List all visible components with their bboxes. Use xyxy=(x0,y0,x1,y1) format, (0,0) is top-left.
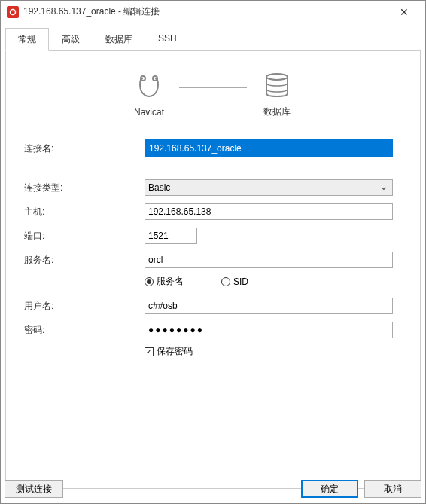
host-label: 主机: xyxy=(24,206,145,218)
test-connection-button[interactable]: 测试连接 xyxy=(5,480,63,498)
tab-database[interactable]: 数据库 xyxy=(93,28,145,51)
tab-ssh[interactable]: SSH xyxy=(145,28,190,51)
cancel-button[interactable]: 取消 xyxy=(364,480,421,498)
navicat-icon xyxy=(134,74,164,101)
radio-sid-icon xyxy=(221,277,230,286)
port-input[interactable] xyxy=(145,228,197,244)
save-password-checkbox[interactable]: ✓ xyxy=(145,347,154,356)
service-name-input[interactable] xyxy=(145,252,393,268)
radio-service-name[interactable]: 服务名 xyxy=(145,275,184,288)
password-input[interactable] xyxy=(145,322,393,338)
radio-service-icon xyxy=(145,277,154,286)
tab-general[interactable]: 常规 xyxy=(5,28,49,51)
connection-type-select[interactable]: Basic xyxy=(145,179,393,196)
save-password-label: 保存密码 xyxy=(157,345,193,358)
footer: 测试连接 确定 取消 xyxy=(0,474,426,504)
close-button[interactable]: ✕ xyxy=(389,1,419,23)
radio-sid[interactable]: SID xyxy=(221,275,248,288)
diagram-database-label: 数据库 xyxy=(263,105,291,118)
host-input[interactable] xyxy=(145,203,393,220)
diagram-database: 数据库 xyxy=(262,72,292,118)
diagram-navicat: Navicat xyxy=(134,74,164,118)
database-icon xyxy=(262,72,292,99)
svg-point-0 xyxy=(11,9,16,14)
connection-type-label: 连接类型: xyxy=(24,182,145,194)
radio-sid-label: SID xyxy=(233,276,248,287)
save-password-row[interactable]: ✓ 保存密码 xyxy=(145,345,402,358)
port-label: 端口: xyxy=(24,230,145,243)
diagram-navicat-label: Navicat xyxy=(134,107,164,118)
tab-advanced[interactable]: 高级 xyxy=(49,28,93,51)
titlebar: 192.168.65.137_oracle - 编辑连接 ✕ xyxy=(1,1,425,23)
radio-service-label: 服务名 xyxy=(157,275,184,288)
username-input[interactable] xyxy=(145,298,393,314)
window-title: 192.168.65.137_oracle - 编辑连接 xyxy=(23,5,389,18)
connection-name-label: 连接名: xyxy=(24,142,145,155)
svg-point-3 xyxy=(266,74,288,80)
password-label: 密码: xyxy=(24,324,145,337)
app-icon xyxy=(7,6,19,18)
connection-name-input[interactable] xyxy=(145,139,393,157)
connection-diagram: Navicat 数据库 xyxy=(24,72,402,118)
diagram-line xyxy=(179,87,247,88)
ok-button[interactable]: 确定 xyxy=(301,480,358,498)
service-name-label: 服务名: xyxy=(24,254,145,267)
username-label: 用户名: xyxy=(24,300,145,313)
tabs: 常规 高级 数据库 SSH xyxy=(5,28,421,51)
content: Navicat 数据库 连接名: 连接类型: Basic 主机: 端口: 服务名… xyxy=(5,50,421,489)
